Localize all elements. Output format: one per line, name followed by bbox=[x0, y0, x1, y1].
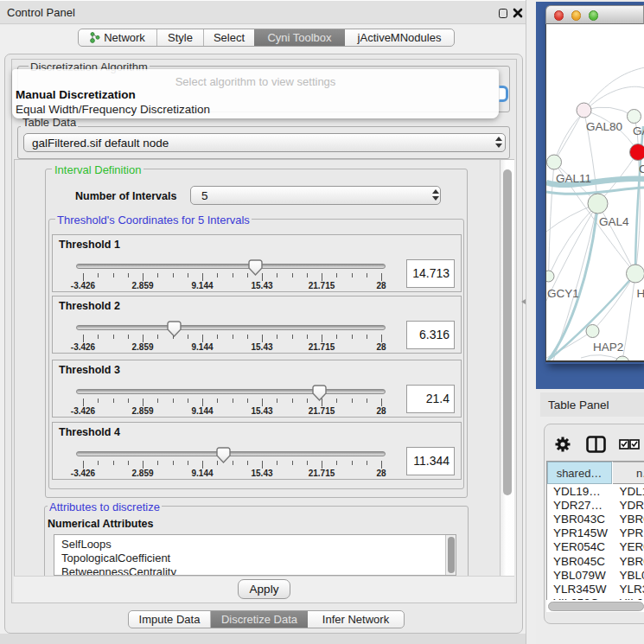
svg-text:C: C bbox=[639, 163, 644, 175]
svg-text:GA: GA bbox=[633, 124, 644, 137]
svg-text:GAL11: GAL11 bbox=[556, 172, 591, 185]
svg-text:GAL4: GAL4 bbox=[599, 215, 629, 228]
svg-text:HAP2: HAP2 bbox=[593, 341, 623, 354]
svg-text:GCY1: GCY1 bbox=[547, 287, 579, 300]
svg-text:H: H bbox=[637, 287, 644, 300]
svg-text:GAL80: GAL80 bbox=[586, 120, 622, 133]
